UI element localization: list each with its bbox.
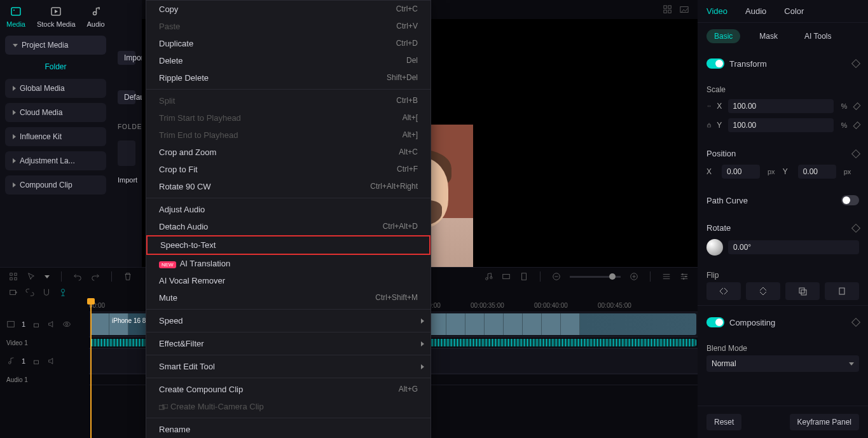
svg-point-42 bbox=[65, 323, 68, 325]
tab-stock-media-label: Stock Media bbox=[37, 20, 76, 28]
chevron-right-icon bbox=[13, 134, 16, 139]
lock-track-icon[interactable] bbox=[32, 357, 41, 366]
sidebar-influence-kit[interactable]: Influence Kit bbox=[5, 127, 106, 146]
link-icon[interactable] bbox=[706, 102, 712, 111]
tab-stock-media[interactable]: Stock Media bbox=[37, 5, 76, 28]
reset-button[interactable]: Reset bbox=[706, 414, 741, 430]
scale-y-input[interactable] bbox=[728, 118, 834, 132]
menu-duplicate[interactable]: DuplicateCtrl+D bbox=[146, 35, 431, 52]
music-icon[interactable] bbox=[484, 272, 493, 281]
menu-speech-to-text[interactable]: Speech-to-Text bbox=[146, 235, 431, 255]
grid-view-icon[interactable] bbox=[663, 5, 672, 14]
menu-rename[interactable]: Rename bbox=[146, 421, 431, 438]
timeline-settings-icon[interactable] bbox=[680, 272, 689, 281]
svg-rect-25 bbox=[15, 273, 17, 276]
zoom-out-icon[interactable] bbox=[552, 272, 561, 281]
path-curve-toggle[interactable] bbox=[841, 195, 859, 205]
menu-rotate-90[interactable]: Rotate 90 CWCtrl+Alt+Right bbox=[146, 178, 431, 195]
subtab-basic[interactable]: Basic bbox=[706, 29, 740, 43]
svg-point-41 bbox=[64, 322, 71, 327]
px-unit: px bbox=[765, 168, 778, 175]
subtab-mask[interactable]: Mask bbox=[752, 29, 785, 43]
compositing-toggle[interactable] bbox=[706, 317, 724, 327]
playhead[interactable] bbox=[90, 299, 92, 438]
sidebar-adjustment-layer[interactable]: Adjustment La... bbox=[5, 151, 106, 170]
svg-point-36 bbox=[683, 278, 685, 280]
inspector-tab-color[interactable]: Color bbox=[784, 6, 804, 16]
compositing-label: Compositing bbox=[729, 318, 775, 327]
menu-ai-vocal-remover[interactable]: AI Vocal Remover bbox=[146, 272, 431, 289]
flip-vertical-button[interactable] bbox=[746, 282, 780, 300]
inspector-tab-audio[interactable]: Audio bbox=[745, 6, 766, 16]
default-filter[interactable]: Defaul bbox=[118, 90, 135, 104]
track-options-icon[interactable] bbox=[662, 272, 671, 281]
tab-media[interactable]: Media bbox=[6, 5, 25, 28]
audio-icon bbox=[90, 5, 102, 18]
menu-mute[interactable]: MuteCtrl+Shift+M bbox=[146, 289, 431, 306]
tab-audio[interactable]: Audio bbox=[87, 5, 105, 28]
redo-icon[interactable] bbox=[91, 272, 100, 281]
link-tracks-icon[interactable] bbox=[25, 288, 34, 297]
folder-button[interactable]: Folder bbox=[0, 57, 111, 76]
folder-thumb[interactable] bbox=[118, 140, 135, 166]
menu-adjust-audio[interactable]: Adjust Audio bbox=[146, 201, 431, 218]
lock-icon[interactable] bbox=[706, 121, 712, 130]
pos-x-input[interactable] bbox=[722, 165, 760, 179]
menu-speed[interactable]: Speed bbox=[146, 312, 431, 329]
flip-horizontal-button[interactable] bbox=[706, 282, 741, 300]
keyframe-diamond-icon[interactable] bbox=[851, 149, 860, 158]
menu-ai-translation[interactable]: NEWAI Translation bbox=[146, 255, 431, 272]
sidebar-cloud-media[interactable]: Cloud Media bbox=[5, 103, 106, 122]
transform-toggle[interactable] bbox=[706, 58, 724, 69]
scale-x-input[interactable] bbox=[728, 99, 834, 113]
snapshot-icon[interactable] bbox=[680, 5, 689, 14]
menu-ripple-delete[interactable]: Ripple DeleteShift+Del bbox=[146, 69, 431, 86]
rotate-input[interactable] bbox=[728, 240, 859, 254]
svg-point-1 bbox=[13, 10, 15, 11]
import-button[interactable]: Impor bbox=[118, 51, 135, 65]
chevron-down-icon bbox=[13, 44, 18, 47]
menu-create-compound[interactable]: Create Compound ClipAlt+G bbox=[146, 381, 431, 398]
menu-crop-fit[interactable]: Crop to FitCtrl+F bbox=[146, 161, 431, 178]
sidebar-global-media[interactable]: Global Media bbox=[5, 79, 106, 98]
delete-icon[interactable] bbox=[123, 272, 132, 281]
inspector-tab-video[interactable]: Video bbox=[706, 6, 727, 16]
keyframe-diamond-icon[interactable] bbox=[851, 223, 860, 232]
cursor-icon[interactable] bbox=[27, 272, 36, 281]
rotate-knob[interactable] bbox=[706, 239, 723, 256]
zoom-slider[interactable] bbox=[570, 276, 621, 278]
svg-rect-24 bbox=[10, 273, 13, 276]
svg-rect-40 bbox=[34, 324, 39, 327]
audio-track-label: Audio 1 bbox=[6, 376, 28, 383]
menu-detach-audio[interactable]: Detach AudioCtrl+Alt+D bbox=[146, 218, 431, 235]
arrange-icon[interactable] bbox=[9, 272, 18, 281]
menu-crop-zoom[interactable]: Crop and ZoomAlt+C bbox=[146, 144, 431, 161]
paste-button[interactable] bbox=[825, 282, 859, 300]
keyframe-panel-button[interactable]: Keyframe Panel bbox=[790, 414, 859, 430]
keyframe-diamond-icon[interactable] bbox=[851, 318, 860, 327]
add-track-icon[interactable] bbox=[9, 288, 18, 297]
menu-delete[interactable]: DeleteDel bbox=[146, 52, 431, 69]
mixer-icon[interactable] bbox=[502, 272, 511, 281]
undo-icon[interactable] bbox=[73, 272, 82, 281]
pos-y-input[interactable] bbox=[798, 165, 836, 179]
mute-track-icon[interactable] bbox=[47, 320, 56, 329]
magnet-icon[interactable] bbox=[42, 288, 51, 297]
sidebar-compound-clip[interactable]: Compound Clip bbox=[5, 175, 106, 195]
visibility-icon[interactable] bbox=[62, 320, 71, 329]
blend-mode-select[interactable]: Normal bbox=[706, 355, 859, 372]
keyframe-diamond-icon[interactable] bbox=[851, 59, 860, 68]
lock-track-icon[interactable] bbox=[32, 320, 41, 329]
keyframe-diamond-icon[interactable] bbox=[853, 102, 861, 110]
marker-icon[interactable] bbox=[59, 288, 67, 297]
marker-tool-icon[interactable] bbox=[520, 272, 528, 281]
menu-smart-edit[interactable]: Smart Edit Tool bbox=[146, 358, 431, 375]
sidebar-project-media[interactable]: Project Media bbox=[5, 36, 106, 55]
subtab-ai-tools[interactable]: AI Tools bbox=[797, 29, 839, 43]
copy-button[interactable] bbox=[785, 282, 820, 300]
menu-copy[interactable]: CopyCtrl+C bbox=[146, 1, 431, 18]
mute-track-icon[interactable] bbox=[47, 357, 56, 366]
zoom-in-icon[interactable] bbox=[630, 272, 638, 281]
menu-effect-filter[interactable]: Effect&Filter bbox=[146, 335, 431, 352]
keyframe-diamond-icon[interactable] bbox=[853, 121, 861, 129]
